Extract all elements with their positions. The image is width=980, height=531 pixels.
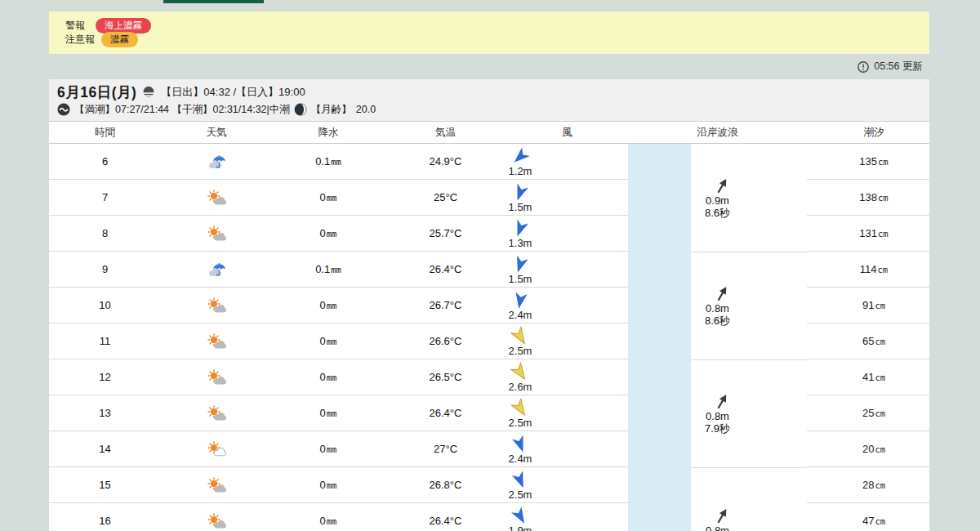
wind-speed: 1.5m	[509, 201, 532, 213]
row-left: 10 0mm 26.7°C 2.4m	[49, 288, 628, 324]
wave-height: 0.9m	[706, 194, 729, 207]
weather-cell	[161, 216, 272, 251]
tide-cell: 25cm	[807, 395, 929, 431]
wind-cell: 2.6m	[506, 359, 628, 395]
sun-cloud-icon	[206, 190, 227, 206]
weather-cell	[161, 359, 272, 395]
wind-cell: 2.5m	[506, 395, 628, 431]
wind-cell: 1.3m	[506, 216, 628, 251]
rain-icon	[206, 154, 228, 170]
column-header-7: 潮汐	[807, 126, 929, 140]
moon-phase-icon	[294, 103, 307, 116]
time-cell: 16	[49, 503, 161, 531]
alert-circle-icon	[857, 60, 870, 74]
table-body: 6 0.1mm 24.9°C 1.2m 135cm 7 0mm 25°C 1.5	[49, 144, 929, 531]
wind-cell: 1.5m	[506, 180, 628, 215]
tide-cell: 114cm	[807, 252, 929, 288]
wind-cell: 1.5m	[506, 252, 628, 287]
row-left: 12 0mm 26.5°C 2.6m	[49, 359, 628, 395]
precip-cell: 0mm	[272, 431, 385, 466]
wind-speed: 2.5m	[509, 417, 532, 429]
sun-cloud-icon	[206, 477, 227, 493]
coastal-wave-cell: 0.9m 8.6秒	[628, 144, 807, 252]
forecast-table: 時間天気降水気温風沿岸波浪潮汐 6 0.1mm 24.9°C 1.2m 135c…	[49, 121, 929, 531]
time-cell: 7	[49, 180, 161, 215]
time-cell: 11	[49, 324, 161, 359]
wave-height: 0.8m	[706, 410, 729, 422]
advisory-badge[interactable]: 濃霧	[101, 32, 138, 47]
wind-speed: 1.2m	[509, 165, 532, 177]
row-left: 16 0mm 26.4°C 1.9m	[49, 503, 628, 531]
tide-line: 【満潮】07:27/21:44 【干潮】02:31/14:32|中潮 【月齢】 …	[57, 102, 929, 117]
weather-cell	[161, 252, 272, 287]
wave-circle-icon	[57, 103, 70, 116]
advisory-label: 注意報	[65, 33, 95, 47]
warning-badge[interactable]: 海上濃霧	[96, 18, 151, 33]
wind-speed: 1.3m	[509, 237, 532, 249]
wave-direction-icon	[713, 506, 731, 526]
wind-speed: 1.9m	[509, 524, 532, 531]
warning-label: 警報	[65, 19, 85, 33]
precip-cell: 0mm	[272, 180, 385, 215]
coastal-wave-cell: 0.8m 7.9秒	[628, 359, 807, 467]
precip-cell: 0.1mm	[272, 144, 385, 179]
update-time: 05:56 更新	[857, 60, 923, 74]
temp-cell: 25°C	[385, 180, 506, 215]
warning-row: 警報 海上濃霧	[65, 19, 929, 32]
time-cell: 10	[49, 288, 161, 323]
sun-cloud-icon	[206, 225, 227, 242]
advisory-row: 注意報 濃霧	[65, 33, 929, 46]
temp-cell: 25.7°C	[385, 216, 506, 251]
rain-icon	[206, 261, 228, 278]
temp-cell: 27°C	[385, 431, 506, 466]
column-header-5: 風	[506, 126, 628, 140]
tide-cell: 131cm	[807, 216, 929, 252]
temp-cell: 26.6°C	[385, 324, 506, 359]
coastal-wave-cell: 0.8m 8.6秒	[628, 252, 807, 359]
row-left: 14 0mm 27°C 2.4m	[49, 431, 628, 467]
tide-cell: 41cm	[807, 359, 929, 395]
temp-cell: 26.7°C	[385, 288, 506, 323]
row-left: 6 0.1mm 24.9°C 1.2m	[49, 144, 628, 180]
weather-cell	[161, 288, 272, 323]
date-header: 6月16日(月) 【日出】04:32 /【日入】19:00 【満潮】07:27/…	[49, 79, 929, 121]
tide-cell: 138cm	[807, 180, 929, 216]
wave-period: 8.6秒	[705, 315, 730, 327]
moon-age-value: 20.0	[356, 104, 376, 115]
column-header-4: 気温	[385, 126, 506, 140]
sunrise-icon	[141, 86, 156, 98]
wave-direction-icon	[713, 176, 731, 196]
wave-group-divider	[691, 359, 807, 360]
tide-cell: 135cm	[807, 144, 929, 180]
weather-cell	[161, 144, 272, 179]
table-header-row: 時間天気降水気温風沿岸波浪潮汐	[49, 122, 929, 144]
column-header-6: 沿岸波浪	[628, 126, 807, 140]
time-cell: 12	[49, 359, 161, 395]
wave-height: 0.8m	[706, 302, 729, 315]
alert-banner: 警報 海上濃霧 注意報 濃霧	[49, 11, 929, 54]
wave-direction-icon	[713, 392, 731, 412]
time-cell: 14	[49, 431, 161, 466]
weather-cell	[161, 503, 272, 531]
update-time-text: 05:56 更新	[874, 60, 923, 74]
precip-cell: 0mm	[272, 288, 385, 323]
time-cell: 15	[49, 467, 161, 502]
weather-cell	[161, 431, 272, 466]
wind-speed: 2.5m	[509, 489, 532, 501]
precip-cell: 0mm	[272, 395, 385, 431]
date-line: 6月16日(月) 【日出】04:32 /【日入】19:00	[57, 83, 929, 100]
sun-cloud-icon	[206, 513, 227, 529]
temp-cell: 26.8°C	[385, 467, 506, 502]
wave-height: 0.8m	[706, 524, 729, 531]
column-header-2: 天気	[161, 126, 272, 140]
wind-cell: 2.4m	[506, 288, 628, 323]
tide-times-text: 【満潮】07:27/21:44 【干潮】02:31/14:32|中潮	[74, 103, 290, 117]
wave-direction-icon	[713, 284, 731, 304]
temp-cell: 26.5°C	[385, 359, 506, 395]
precip-cell: 0.1mm	[272, 252, 385, 287]
weather-cell	[161, 395, 272, 431]
weather-cell	[161, 180, 272, 215]
wind-cell: 2.5m	[506, 467, 628, 502]
sun-cloud-icon	[206, 369, 227, 386]
wave-period: 8.6秒	[705, 207, 730, 219]
